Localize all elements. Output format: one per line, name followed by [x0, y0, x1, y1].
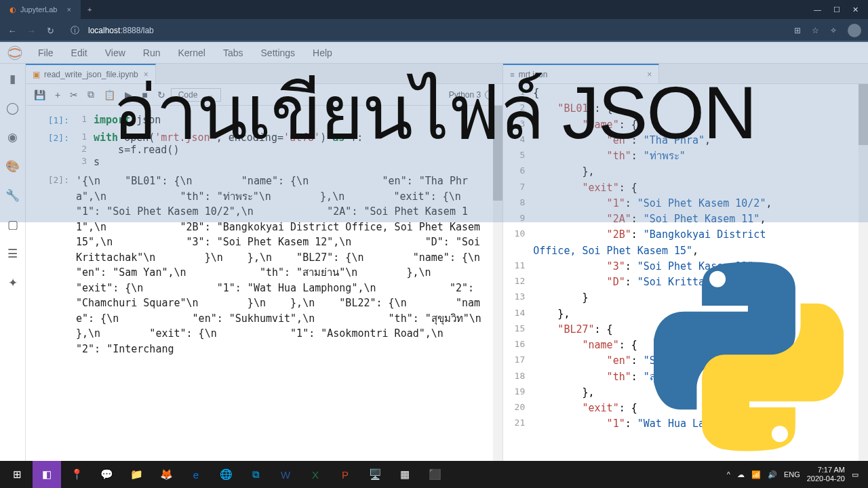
- kernel-name[interactable]: Python 3: [449, 90, 481, 100]
- cell-prompt: [2]:: [33, 131, 76, 168]
- json-line: 5 "th": "ท่าพระ": [503, 148, 868, 164]
- json-line: 6 },: [503, 164, 868, 180]
- notebook-body[interactable]: [1]: 1import json [2]: 1with open('mrt.j…: [26, 106, 502, 461]
- json-pane: ≡ mrt.json × 1{2 "BL01": {3 "name": {4 "…: [503, 64, 868, 461]
- json-editor[interactable]: 1{2 "BL01": {3 "name": {4 "en": "Tha Phr…: [503, 84, 868, 461]
- code-cell[interactable]: [1]: 1import json: [26, 111, 502, 129]
- taskbar-app[interactable]: 🦊: [152, 461, 180, 488]
- json-line: 3 "name": {: [503, 117, 868, 133]
- toc-icon[interactable]: ☰: [7, 247, 18, 261]
- tray-wifi-icon[interactable]: 📶: [751, 470, 761, 479]
- refresh-icon[interactable]: ↻: [45, 26, 56, 36]
- tabs-icon[interactable]: ▢: [7, 218, 18, 232]
- menu-edit[interactable]: Edit: [63, 43, 96, 62]
- notebook-icon: ▣: [33, 70, 40, 79]
- favorites-icon[interactable]: ✧: [830, 26, 837, 35]
- json-line: 2 "BL01": {: [503, 101, 868, 117]
- wrench-icon[interactable]: 🔧: [5, 188, 20, 203]
- json-line: 12 "D": "Soi Krittachak": [503, 274, 868, 290]
- json-line: 19 },: [503, 385, 868, 401]
- browser-tab[interactable]: ◐ JupyterLab ×: [0, 0, 81, 19]
- jupyter-logo-icon: [7, 45, 23, 61]
- menu-settings[interactable]: Settings: [253, 43, 304, 62]
- taskbar-app[interactable]: 📁: [122, 461, 151, 488]
- tray-clock[interactable]: 7:17 AM 2020-04-20: [807, 466, 845, 483]
- menu-view[interactable]: View: [97, 43, 134, 62]
- stop-icon[interactable]: ■: [138, 87, 151, 102]
- cut-icon[interactable]: ✂: [66, 87, 82, 102]
- run-icon[interactable]: ▶: [121, 87, 136, 102]
- taskbar-app[interactable]: ▦: [391, 461, 419, 488]
- taskbar-app[interactable]: 💬: [92, 461, 121, 488]
- taskbar-app[interactable]: ⬛: [420, 461, 449, 488]
- json-line: 4 "en": "Tha Phra",: [503, 133, 868, 148]
- scrollbar[interactable]: [493, 106, 502, 461]
- forward-icon[interactable]: →: [26, 26, 37, 36]
- kernel-status-icon[interactable]: [485, 90, 494, 100]
- tray-notification-icon[interactable]: ▭: [852, 470, 859, 479]
- star-icon[interactable]: ☆: [812, 26, 819, 35]
- restart-icon[interactable]: ↻: [153, 87, 170, 102]
- taskbar-app[interactable]: e: [182, 461, 210, 488]
- chevron-down-icon: ⌄: [207, 90, 214, 100]
- url-text[interactable]: localhost:8888/lab: [88, 26, 154, 35]
- taskbar-app[interactable]: W: [271, 461, 300, 488]
- tray-volume-icon[interactable]: 🔊: [768, 470, 777, 479]
- cell-type-select[interactable]: Code⌄: [171, 88, 222, 102]
- paste-icon[interactable]: 📋: [100, 87, 119, 102]
- notebook-tab[interactable]: ▣ read_write_json_file.ipynb ×: [26, 64, 156, 83]
- json-line: 20 "exit": {: [503, 401, 868, 416]
- avatar[interactable]: [848, 24, 861, 37]
- taskbar-app[interactable]: ⧉: [241, 461, 270, 488]
- browser-tab-title: JupyterLab: [20, 5, 57, 14]
- scrollbar[interactable]: [859, 84, 868, 461]
- new-tab-button[interactable]: +: [81, 5, 98, 14]
- json-line: 18 "th": "สามย่าน": [503, 369, 868, 385]
- add-cell-icon[interactable]: +: [51, 87, 64, 102]
- cell-prompt: [1]:: [33, 114, 76, 126]
- info-icon[interactable]: ⓘ: [69, 24, 80, 37]
- file-icon: ≡: [510, 70, 514, 79]
- tray-cloud-icon[interactable]: ☁: [737, 470, 745, 479]
- tray-chevron-icon[interactable]: ^: [727, 470, 730, 479]
- json-line: 17 "en": "Sam Yan",: [503, 353, 868, 369]
- json-line: 21 "1": "Wat Hua Lamphong",: [503, 416, 868, 432]
- folder-icon[interactable]: ▮: [9, 72, 16, 86]
- taskbar-app[interactable]: ◧: [33, 461, 61, 488]
- json-tab[interactable]: ≡ mrt.json ×: [503, 64, 659, 83]
- reader-icon[interactable]: ⊞: [794, 26, 801, 35]
- taskbar-app[interactable]: 🖥️: [361, 461, 389, 488]
- close-icon[interactable]: ×: [647, 70, 652, 79]
- menu-help[interactable]: Help: [304, 43, 340, 62]
- back-icon[interactable]: ←: [7, 26, 18, 36]
- close-icon[interactable]: ×: [66, 5, 71, 14]
- close-icon[interactable]: ×: [144, 70, 149, 79]
- menu-kernel[interactable]: Kernel: [170, 43, 213, 62]
- taskbar-app[interactable]: 🌐: [212, 461, 240, 488]
- extension-icon[interactable]: ✦: [8, 276, 18, 290]
- taskbar-app[interactable]: 📍: [62, 461, 91, 488]
- json-filename: mrt.json: [519, 70, 548, 79]
- notebook-pane: ▣ read_write_json_file.ipynb × 💾 + ✂ ⧉ 📋…: [26, 64, 503, 461]
- copy-icon[interactable]: ⧉: [83, 87, 98, 102]
- palette-icon[interactable]: 🎨: [5, 159, 20, 174]
- windows-taskbar: ⊞ ◧ 📍 💬 📁 🦊 e 🌐 ⧉ W X P 🖥️ ▦ ⬛ ^ ☁ 📶 🔊 E…: [0, 461, 868, 488]
- json-line: 15 "BL27": {: [503, 322, 868, 338]
- taskbar-app[interactable]: X: [301, 461, 330, 488]
- menu-file[interactable]: File: [30, 43, 62, 62]
- address-bar: ← → ↻ ⓘ localhost:8888/lab ⊞ ☆ ✧: [0, 19, 868, 42]
- notebook-toolbar: 💾 + ✂ ⧉ 📋 ▶ ■ ↻ Code⌄ Python 3: [26, 84, 502, 106]
- start-button[interactable]: ⊞: [3, 461, 31, 488]
- save-icon[interactable]: 💾: [30, 87, 50, 102]
- code-cell[interactable]: [2]: 1with open('mrt.json', encoding='ut…: [26, 129, 502, 171]
- maximize-button[interactable]: ☐: [833, 5, 840, 14]
- json-line: Office, Soi Phet Kasem 15",: [503, 243, 868, 259]
- github-icon[interactable]: ◯: [6, 101, 19, 115]
- tray-lang[interactable]: ENG: [784, 470, 800, 479]
- close-button[interactable]: ✕: [852, 5, 859, 14]
- menu-run[interactable]: Run: [135, 43, 169, 62]
- menu-tabs[interactable]: Tabs: [215, 43, 252, 62]
- minimize-button[interactable]: —: [814, 5, 821, 14]
- running-icon[interactable]: ◉: [7, 130, 18, 144]
- taskbar-app[interactable]: P: [331, 461, 359, 488]
